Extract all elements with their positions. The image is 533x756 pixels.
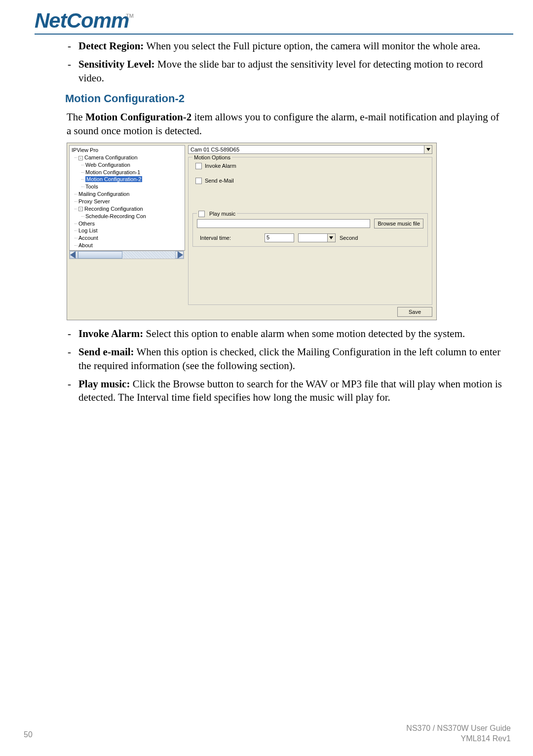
bullet-term: Send e-mail:	[78, 346, 134, 358]
tree-item[interactable]: Schedule-Recording Con	[72, 213, 183, 220]
bullet-desc: When you select the Full picture option,…	[144, 40, 480, 52]
bullet-text: Detect Region: When you select the Full …	[78, 39, 503, 53]
bullet-term: Detect Region:	[78, 40, 144, 52]
tree-item[interactable]: Log List	[72, 227, 183, 234]
tree-item[interactable]: Others	[72, 220, 183, 227]
scroll-left-button[interactable]	[70, 251, 78, 259]
invoke-alarm-label: Invoke Alarm	[205, 162, 236, 169]
logo-text: NetComm	[35, 9, 129, 33]
page-content: - Detect Region: When you select the Ful…	[67, 39, 503, 410]
invoke-alarm-row: Invoke Alarm	[192, 162, 428, 169]
scroll-thumb[interactable]	[78, 251, 122, 259]
tree-item[interactable]: Mailing Configuration	[72, 190, 183, 198]
intro-bold: Motion Configuration-2	[85, 111, 191, 123]
dropdown-button[interactable]	[424, 145, 432, 154]
tree-item[interactable]: Motion Configuration-1	[72, 169, 183, 176]
tree-item[interactable]: About	[72, 242, 183, 249]
tree-item[interactable]: -Camera Configuration	[72, 154, 183, 161]
dropdown-button[interactable]	[328, 233, 336, 242]
tree-item[interactable]: Tools	[72, 183, 183, 190]
bullet-term: Play music:	[78, 378, 130, 390]
footer-rev: YML814 Rev1	[406, 734, 511, 744]
logo-tm: TM	[126, 13, 134, 19]
tree-item[interactable]: -Recording Configuration	[72, 205, 183, 213]
motion-options-group: Motion Options Invoke Alarm Send e-Mail …	[188, 157, 432, 305]
play-music-group: Play music Browse music file Interval ti…	[192, 213, 428, 247]
intro-pre: The	[67, 111, 85, 123]
bullet-dash: -	[67, 378, 78, 405]
music-file-path[interactable]	[197, 219, 370, 228]
bullet-dash: -	[67, 327, 78, 340]
horizontal-scrollbar[interactable]	[69, 251, 184, 259]
footer-right: NS370 / NS370W User Guide YML814 Rev1	[406, 723, 511, 744]
camera-select[interactable]: Cam 01 CS-589D65	[188, 145, 424, 154]
send-email-checkbox[interactable]	[195, 178, 202, 184]
list-item: - Play music: Click the Browse button to…	[67, 378, 503, 405]
header-rule	[35, 34, 513, 35]
tree-item[interactable]: Account	[72, 234, 183, 242]
interval-input[interactable]: 5	[265, 233, 294, 242]
tree-item-selected[interactable]: Motion Configuration-2	[72, 176, 183, 183]
section-heading: Motion Configuration-2	[65, 92, 503, 106]
bullet-dash: -	[67, 58, 78, 85]
bullet-term: Sensitivity Level:	[78, 58, 155, 70]
tree-item[interactable]: Proxy Server	[72, 198, 183, 205]
chevron-down-icon	[426, 148, 430, 151]
bullet-dash: -	[67, 39, 78, 53]
play-music-title: Play music	[197, 210, 237, 218]
list-item: - Invoke Alarm: Select this option to en…	[67, 327, 503, 340]
page-number: 50	[24, 730, 33, 739]
intro-paragraph: The Motion Configuration-2 item allows y…	[67, 111, 503, 138]
chevron-down-icon	[329, 236, 333, 239]
bullet-dash: -	[67, 345, 78, 373]
group-title: Motion Options	[192, 154, 232, 161]
second-label: Second	[340, 234, 358, 241]
tree-panel: IPView Pro -Camera Configuration Web Con…	[69, 145, 185, 251]
play-music-checkbox[interactable]	[198, 211, 205, 217]
scroll-track[interactable]	[78, 251, 175, 259]
bullet-text: Invoke Alarm: Select this option to enab…	[78, 327, 503, 340]
send-email-row: Send e-Mail	[192, 177, 428, 184]
bullet-desc: Select this option to enable alarm when …	[143, 328, 465, 340]
bullet-desc: When this option is checked, click the M…	[78, 346, 500, 371]
save-button[interactable]: Save	[397, 307, 432, 317]
footer-guide: NS370 / NS370W User Guide	[406, 723, 511, 734]
interval-unit-select[interactable]	[298, 233, 328, 242]
invoke-alarm-checkbox[interactable]	[195, 163, 202, 169]
interval-label: Interval time:	[200, 234, 231, 241]
config-window: IPView Pro -Camera Configuration Web Con…	[67, 143, 437, 320]
list-item: - Sensitivity Level: Move the slide bar …	[67, 58, 503, 85]
config-panel: Cam 01 CS-589D65 Motion Options Invoke A…	[186, 143, 436, 320]
play-music-label: Play music	[209, 211, 235, 217]
browse-button[interactable]: Browse music file	[374, 219, 423, 228]
bullet-desc: Click the Browse button to search for th…	[78, 378, 502, 403]
send-email-label: Send e-Mail	[205, 177, 234, 184]
tree-item[interactable]: Web Configuration	[72, 161, 183, 169]
tree-root[interactable]: IPView Pro	[72, 147, 183, 154]
bullet-term: Invoke Alarm:	[78, 328, 143, 340]
collapse-icon[interactable]: -	[78, 207, 83, 211]
list-item: - Detect Region: When you select the Ful…	[67, 39, 503, 53]
bullet-text: Send e-mail: When this option is checked…	[78, 345, 503, 373]
bullet-text: Sensitivity Level: Move the slide bar to…	[78, 58, 503, 85]
collapse-icon[interactable]: -	[78, 156, 83, 160]
list-item: - Send e-mail: When this option is check…	[67, 345, 503, 373]
scroll-right-button[interactable]	[175, 251, 184, 259]
bullet-text: Play music: Click the Browse button to s…	[78, 378, 503, 405]
